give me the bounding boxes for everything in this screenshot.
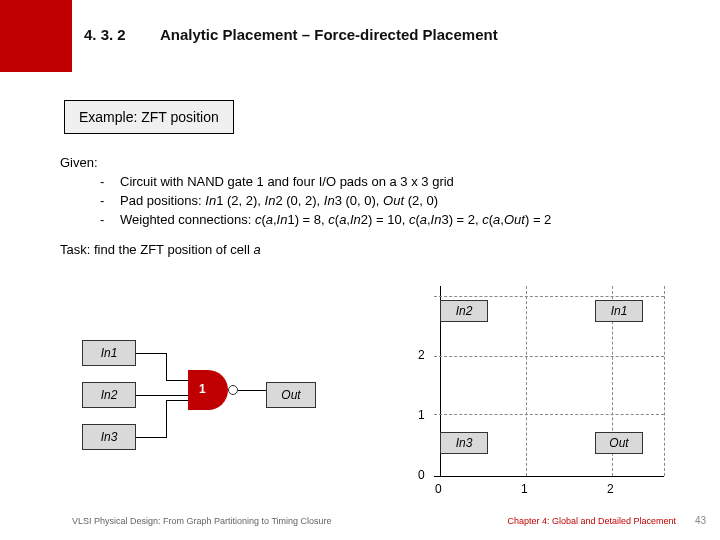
nand-body — [188, 370, 228, 410]
section-number: 4. 3. 2 — [84, 26, 126, 43]
wire — [166, 400, 167, 438]
given-bullet-1: -Circuit with NAND gate 1 and four I/O p… — [60, 173, 680, 192]
axis-y2: 2 — [418, 348, 425, 362]
axis-y1: 1 — [418, 408, 425, 422]
page-title: Analytic Placement – Force-directed Plac… — [160, 26, 498, 43]
given-bullet-3: - Weighted connections: c(a,In1) = 8, c(… — [60, 211, 680, 230]
grid-line — [434, 414, 664, 415]
task-line: Task: find the ZFT position of cell a — [60, 241, 680, 260]
given-b1-text: Circuit with NAND gate 1 and four I/O pa… — [120, 173, 454, 192]
placement-grid: 2 1 0 0 1 2 In2 In1 In3 Out — [400, 286, 680, 496]
pad-out: Out — [266, 382, 316, 408]
grid-pad-out: Out — [595, 432, 643, 454]
axis-x1: 1 — [521, 482, 528, 496]
wire — [136, 395, 188, 396]
example-label: Example: ZFT position — [64, 100, 234, 134]
given-b2-text: Pad positions: In1 (2, 2), In2 (0, 2), I… — [120, 192, 438, 211]
wire — [136, 353, 166, 354]
circuit-diagram: In1 In2 In3 Out 1 — [82, 300, 342, 450]
grid-pad-in2: In2 — [440, 300, 488, 322]
wire — [136, 437, 166, 438]
footer-right: Chapter 4: Global and Detailed Placement — [507, 516, 676, 526]
grid-pad-in3: In3 — [440, 432, 488, 454]
axis-y0: 0 — [418, 468, 425, 482]
grid-line — [434, 296, 664, 297]
grid-pad-in1: In1 — [595, 300, 643, 322]
given-lead: Given: — [60, 154, 680, 173]
page-number: 43 — [695, 515, 706, 526]
given-bullet-2: - Pad positions: In1 (2, 2), In2 (0, 2),… — [60, 192, 680, 211]
nand-bubble-icon — [228, 385, 238, 395]
wire — [166, 353, 167, 380]
grid-line — [526, 286, 527, 476]
grid-line — [664, 286, 665, 476]
grid-line — [434, 476, 664, 477]
footer-left: VLSI Physical Design: From Graph Partiti… — [72, 516, 332, 526]
pad-in1: In1 — [82, 340, 136, 366]
pad-in2: In2 — [82, 382, 136, 408]
nand-label: 1 — [199, 382, 206, 396]
header-band: 4. 3. 2 Analytic Placement – Force-direc… — [0, 0, 720, 72]
pad-in3: In3 — [82, 424, 136, 450]
given-b3-text: Weighted connections: c(a,In1) = 8, c(a,… — [120, 211, 551, 230]
accent-block — [0, 0, 72, 72]
axis-x2: 2 — [607, 482, 614, 496]
axis-x0: 0 — [435, 482, 442, 496]
wire — [238, 390, 266, 391]
content-block: Given: -Circuit with NAND gate 1 and fou… — [60, 154, 680, 260]
grid-line — [434, 356, 664, 357]
wire — [166, 380, 188, 381]
wire — [166, 400, 188, 401]
